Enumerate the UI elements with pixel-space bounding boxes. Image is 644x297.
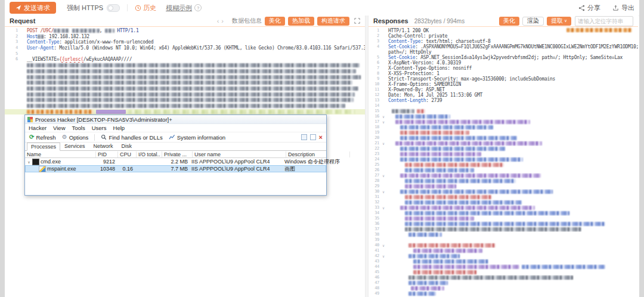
export-label: 导出 bbox=[621, 4, 634, 13]
code-text: : application/x-www-form-urlencoded bbox=[59, 39, 153, 45]
cmd-app-icon bbox=[32, 159, 39, 165]
column-header-5[interactable]: User name bbox=[193, 151, 286, 157]
redacted-content bbox=[405, 195, 492, 199]
line-content bbox=[386, 270, 638, 275]
refresh-button[interactable]: ⟳ Refresh bbox=[27, 134, 58, 141]
editor-line: 30∨ bbox=[369, 189, 638, 194]
prev-page-icon[interactable]: ‹ bbox=[217, 17, 219, 24]
column-header-3[interactable]: I/O total.. bbox=[137, 151, 162, 157]
editor-line: 17∨ bbox=[369, 119, 638, 125]
response-editor[interactable]: 1HTTP/1.1 200 OK2Cache-Control: private3… bbox=[369, 27, 638, 297]
editor-line: 23 bbox=[369, 151, 638, 157]
fold-icon[interactable]: ∨ bbox=[381, 205, 386, 211]
fold-icon[interactable]: ∨ bbox=[381, 141, 386, 146]
send-request-label: 发送请求 bbox=[24, 4, 50, 13]
redacted-content bbox=[27, 86, 358, 91]
extract-dropdown-button[interactable]: 提取 ∨ bbox=[547, 17, 571, 26]
redacted-content bbox=[408, 281, 448, 285]
request-title: Request bbox=[10, 17, 35, 24]
menu-item-tools[interactable]: Tools bbox=[72, 125, 85, 131]
export-button[interactable]: 导出 bbox=[612, 4, 634, 13]
system-information-button[interactable]: System information bbox=[167, 134, 227, 141]
render-response-button[interactable]: 渲染 bbox=[522, 17, 544, 26]
menu-item-users[interactable]: Users bbox=[92, 125, 107, 131]
build-request-button[interactable]: 构造请求 bbox=[317, 17, 349, 26]
process-hacker-titlebar[interactable]: Process Hacker [DESKTOP-FNSA5V3\Administ… bbox=[25, 115, 326, 124]
panel-toggle-icon[interactable] bbox=[301, 134, 307, 140]
line-content bbox=[386, 243, 638, 248]
redacted-content bbox=[408, 276, 573, 280]
line-content bbox=[386, 248, 638, 253]
share-button[interactable]: 分享 bbox=[578, 4, 600, 13]
editor-line: 6X-AspNet-Version: 4.0.30319 bbox=[369, 60, 638, 66]
column-header-1[interactable]: PID bbox=[96, 151, 118, 157]
editor-line: 48 bbox=[369, 286, 638, 291]
editor-line: 20 bbox=[369, 135, 638, 141]
line-content: Content-Length: 2739 bbox=[386, 98, 638, 103]
editor-line bbox=[5, 97, 365, 103]
code-text: X-XSS-Protection: 1 bbox=[388, 71, 439, 76]
process-row-cmd-exe[interactable]: ∨cmd.exe92122.2 MBIIS APPPOOL\U9 AppPool… bbox=[25, 158, 326, 165]
locate-string-input[interactable] bbox=[575, 16, 633, 26]
history-button[interactable]: 历史 bbox=[135, 4, 156, 13]
close-icon[interactable]: × bbox=[319, 134, 323, 141]
next-page-icon[interactable]: › bbox=[221, 17, 224, 24]
tab-network[interactable]: Network bbox=[89, 142, 117, 150]
process-cell: 2.2 MB bbox=[160, 159, 190, 165]
menu-item-help[interactable]: Help bbox=[113, 125, 125, 131]
line-number: 30 bbox=[369, 189, 381, 194]
editor-line: 6__VIEWSTATE={{urlesc(/wEykucAAQAAAP//// bbox=[5, 57, 365, 63]
line-number: 41 bbox=[369, 248, 381, 253]
column-header-2[interactable]: CPU bbox=[118, 151, 137, 157]
fuzz-example-link[interactable]: 模糊示例 bbox=[166, 4, 192, 13]
editor-line: 3Content-Type: text/html; charset=utf-8 bbox=[369, 39, 638, 44]
editor-line: 49 bbox=[369, 291, 638, 296]
tree-expander-icon[interactable]: ∨ bbox=[27, 160, 31, 164]
redacted-content bbox=[395, 115, 450, 119]
editor-line: 42∨ bbox=[369, 253, 638, 259]
send-request-button[interactable]: 发送请求 bbox=[10, 2, 56, 14]
menu-item-hacker[interactable]: Hacker bbox=[29, 125, 47, 131]
beautify-request-button[interactable]: 美化 bbox=[265, 17, 285, 26]
fold-icon[interactable]: ∨ bbox=[381, 119, 386, 125]
redacted-content bbox=[408, 233, 442, 237]
line-content bbox=[386, 168, 638, 173]
line-content bbox=[386, 221, 638, 227]
line-content: POST /U9C/ , HTTP/1.1 bbox=[24, 28, 365, 34]
fold-icon[interactable]: ∨ bbox=[381, 114, 386, 119]
fold-icon[interactable]: ∨ bbox=[381, 173, 386, 178]
process-row-mspaint-exe[interactable]: mspaint.exe103480.167.7 MBIIS APPPOOL\U9… bbox=[25, 165, 326, 172]
tab-services[interactable]: Services bbox=[60, 142, 89, 150]
force-https-toggle[interactable] bbox=[107, 4, 120, 12]
find-handles-button[interactable]: Find handles or DLLs bbox=[99, 134, 164, 141]
redacted-content bbox=[27, 92, 355, 97]
editor-line: 2Host: 192.168.182.132 bbox=[5, 34, 365, 40]
menu-item-view[interactable]: View bbox=[53, 125, 65, 131]
column-header-4[interactable]: Private ... bbox=[162, 151, 193, 157]
help-icon[interactable]: ? bbox=[194, 4, 202, 11]
hot-reload-button[interactable]: 热加载 bbox=[288, 17, 314, 26]
column-header-0[interactable]: Name bbox=[25, 151, 96, 157]
editor-line: 31 bbox=[369, 194, 638, 200]
options-label: Options bbox=[69, 134, 89, 141]
line-content bbox=[386, 184, 638, 189]
panel-toggle2-icon[interactable] bbox=[310, 134, 316, 140]
editor-line: 27∨ bbox=[369, 173, 638, 178]
line-number: 36 bbox=[369, 221, 381, 227]
fold-icon[interactable]: ∨ bbox=[381, 189, 386, 194]
redacted-text bbox=[54, 29, 69, 33]
options-button[interactable]: ⚙ Options bbox=[60, 134, 91, 141]
tab-processes[interactable]: Processes bbox=[27, 143, 60, 151]
column-header-6[interactable]: Description bbox=[286, 151, 350, 157]
process-cell: 画图 bbox=[283, 165, 346, 173]
fullscreen-icon[interactable] bbox=[354, 18, 360, 24]
tab-disk[interactable]: Disk bbox=[117, 142, 137, 150]
line-content bbox=[386, 189, 638, 194]
top-toolbar: 发送请求 强制 HTTPS 历史 模糊示例 ? 分享 导出 bbox=[5, 0, 639, 16]
fold-icon[interactable]: ∨ bbox=[381, 253, 386, 259]
editor-line: 41 bbox=[369, 248, 638, 253]
beautify-response-button[interactable]: 美化 bbox=[499, 17, 519, 26]
fold-icon[interactable]: ∨ bbox=[381, 243, 386, 248]
code-text: Host bbox=[27, 34, 38, 39]
line-content bbox=[386, 178, 638, 184]
